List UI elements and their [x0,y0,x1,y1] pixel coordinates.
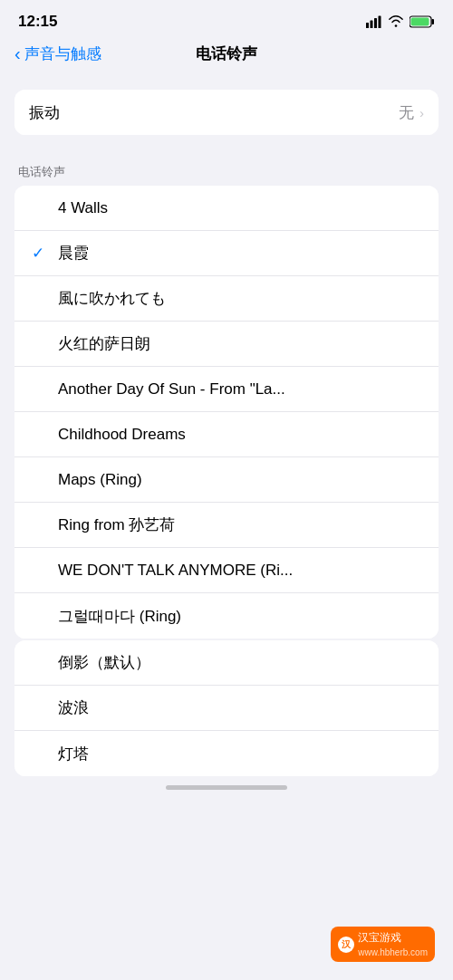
selected-checkmark-icon: ✓ [29,244,47,263]
nav-bar: ‹ 声音与触感 电话铃声 [0,36,453,75]
list-item[interactable]: ✓ 晨霞 [14,231,439,276]
status-icons [366,15,435,28]
status-time: 12:15 [18,13,57,31]
ringtone-label: WE DON'T TALK ANYMORE (Ri... [58,562,424,580]
vibration-chevron-icon: › [419,105,424,120]
list-item[interactable]: 灯塔 [14,731,439,776]
page-title: 电话铃声 [196,43,257,64]
section-label: 电话铃声 [0,157,453,186]
back-label: 声音与触感 [24,43,101,64]
list-item[interactable]: Another Day Of Sun - From "La... [14,367,439,412]
ringtone-label: Childhood Dreams [58,426,424,444]
list-item[interactable]: Maps (Ring) [14,457,439,503]
battery-icon [410,15,435,28]
vibration-section: 振动 无 › [0,90,453,135]
back-chevron-icon: ‹ [14,44,21,62]
list-item[interactable]: 그럴때마다 (Ring) [14,593,439,639]
ringtone-section: 电话铃声 4 Walls ✓ 晨霞 風に吹かれても 火红的萨日朗 Another… [0,157,453,639]
watermark: 汉 汉宝游戏www.hbherb.com [331,927,435,962]
list-item[interactable]: WE DON'T TALK ANYMORE (Ri... [14,548,439,593]
ringtone-label: 晨霞 [58,243,424,264]
default-ringtone-list: 倒影（默认） 波浪 灯塔 [14,640,439,776]
ringtone-list: 4 Walls ✓ 晨霞 風に吹かれても 火红的萨日朗 Another Day … [14,186,439,639]
back-button[interactable]: ‹ 声音与触感 [14,43,101,64]
ringtone-label: 4 Walls [58,199,424,217]
vibration-label: 振动 [29,102,399,123]
vibration-value: 无 [399,102,414,123]
ringtone-label: 灯塔 [58,744,424,764]
svg-rect-5 [432,19,435,24]
svg-rect-2 [374,18,377,28]
list-item[interactable]: Childhood Dreams [14,412,439,457]
list-item[interactable]: 風に吹かれても [14,276,439,322]
signal-icon [366,15,382,28]
svg-rect-6 [411,18,429,26]
list-item[interactable]: Ring from 孙艺荷 [14,503,439,548]
list-item[interactable]: 倒影（默认） [14,640,439,686]
wifi-icon [388,15,404,28]
list-item[interactable]: 火红的萨日朗 [14,322,439,367]
ringtone-label: 倒影（默认） [58,652,424,673]
ringtone-label: Ring from 孙艺荷 [58,514,424,535]
status-bar: 12:15 [0,0,453,36]
svg-rect-0 [366,23,369,28]
ringtone-label: 風に吹かれても [58,288,424,309]
watermark-icon: 汉 [338,937,354,953]
list-item[interactable]: 4 Walls [14,186,439,231]
ringtone-label: Maps (Ring) [58,471,424,489]
vibration-card: 振动 无 › [14,90,439,135]
ringtone-label: 波浪 [58,697,424,718]
ringtone-label: 火红的萨日朗 [58,333,424,354]
svg-rect-3 [379,16,381,29]
home-indicator-area [0,785,453,821]
watermark-text: 汉宝游戏www.hbherb.com [358,930,428,958]
vibration-row[interactable]: 振动 无 › [14,90,439,135]
ringtone-label: 그럴때마다 (Ring) [58,606,424,627]
default-ringtones-section: 倒影（默认） 波浪 灯塔 [0,640,453,776]
ringtone-label: Another Day Of Sun - From "La... [58,380,424,399]
home-indicator [166,785,287,790]
list-item[interactable]: 波浪 [14,686,439,731]
svg-rect-1 [371,21,373,29]
